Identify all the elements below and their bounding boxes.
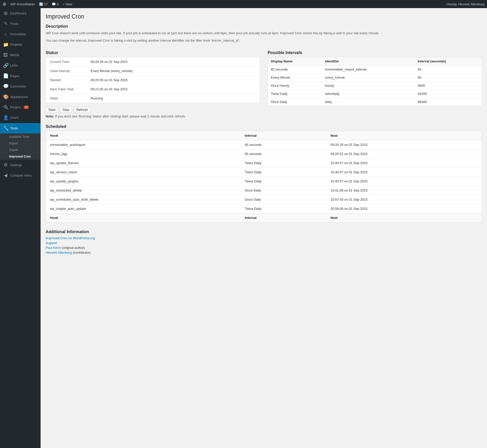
- sidebar-item-tools[interactable]: 🔧 Tools: [0, 123, 41, 133]
- sidebar: ⊞ Dashboard ✎ Posts ⌂ Immobilien 📁 Proje…: [0, 8, 41, 448]
- appearance-icon: 🎨: [3, 94, 8, 100]
- additional-section: Additional Information Improved Cron on …: [46, 230, 482, 254]
- page-title: Improved Cron: [46, 13, 482, 20]
- links-icon: 🔗: [3, 62, 8, 69]
- submenu-available-tools[interactable]: Available Tools: [0, 133, 41, 140]
- table-row: wp_update_themes Twice Daily 15:40:57 on…: [46, 158, 482, 167]
- table-row: immomakler_autoimport 65 seconds 09:20:2…: [46, 140, 482, 149]
- status-box: Current Time: 09:20:28 on 01 Sep 2015 Us…: [46, 57, 260, 103]
- intervals-col-identifier: Identifier: [322, 57, 415, 65]
- sidebar-item-settings[interactable]: ⚙ Settings: [0, 160, 41, 170]
- scheduled-table: Hook Interval Next immomakler_autoimport…: [46, 131, 482, 222]
- dashboard-icon: ⊞: [3, 10, 8, 16]
- scheduled-col-interval: Interval: [241, 131, 326, 140]
- link-paul-kerin[interactable]: Paul Kerin: [46, 246, 61, 250]
- comments-item[interactable]: 💬 0: [52, 2, 59, 6]
- scheduled-heading: Scheduled: [46, 124, 482, 129]
- sidebar-item-projekte[interactable]: 📁 Projekte: [0, 40, 41, 50]
- admin-bar: ⊕ WP-ImmoMakler 🔄 27 💬 0 + New Howdy, Hi…: [0, 0, 487, 8]
- status-section: Status Current Time: 09:20:28 on 01 Sep …: [46, 47, 260, 118]
- comments-icon: 💬: [3, 83, 8, 90]
- new-item[interactable]: + New: [63, 2, 72, 6]
- refresh-button[interactable]: Refresh: [74, 107, 91, 113]
- submenu-improved-cron[interactable]: Improved Cron: [0, 153, 41, 160]
- link-hinnerk-altenburg[interactable]: Hinnerk Altenburg: [46, 251, 72, 254]
- additional-link-1: Improved Cron on WordPress.org: [46, 236, 482, 240]
- description-heading: Description: [46, 24, 482, 29]
- wp-logo-icon[interactable]: ⊕: [3, 1, 6, 7]
- sidebar-item-dashboard[interactable]: ⊞ Dashboard: [0, 8, 41, 19]
- users-icon: 👤: [3, 115, 8, 121]
- sidebar-item-plugins[interactable]: 🔌 Plugins 19: [0, 102, 41, 113]
- status-row-used-interval: Used Interval: Every Minute (every_minut…: [46, 66, 260, 76]
- table-row: wp_scheduled_auto_draft_delete Once Dail…: [46, 195, 482, 204]
- tools-icon: 🔧: [3, 125, 8, 131]
- intervals-col-interval: Interval (seconds): [415, 57, 482, 65]
- howdy-text: Howdy, Hinnerk Altenburg: [447, 2, 484, 6]
- media-icon: 🖼: [3, 52, 8, 58]
- table-row: wp_version_check Twice Daily 15:40:57 on…: [46, 167, 482, 177]
- interval-row: Once Hourly hourly 3600: [268, 81, 482, 90]
- sidebar-collapse[interactable]: ◀ Collapse menu: [0, 170, 41, 181]
- stop-button[interactable]: Stop: [60, 107, 72, 113]
- interval-row: Twice Daily twicedaily 43200: [268, 90, 482, 98]
- posts-icon: ✎: [3, 21, 8, 27]
- sidebar-item-posts[interactable]: ✎ Posts: [0, 19, 41, 29]
- site-name[interactable]: WP-ImmoMakler: [10, 2, 35, 6]
- intervals-heading: Possible Intervals: [268, 50, 482, 55]
- plugins-icon: 🔌: [3, 104, 8, 111]
- table-row: wp_maybe_auto_update Twice Daily 20:59:0…: [46, 204, 482, 213]
- interval-row: 65 seconds immomakler_import_interval 65: [268, 65, 482, 73]
- description-paragraph-1: WP Cron doesn't work until someone visit…: [46, 31, 482, 36]
- intervals-section: Possible Intervals Display Name Identifi…: [268, 47, 482, 118]
- submenu-import[interactable]: Import: [0, 140, 41, 147]
- paul-kerin-suffix: (original author): [62, 246, 85, 250]
- scheduled-col-hook: Hook: [46, 131, 241, 140]
- status-row-state: State: Running: [46, 94, 260, 103]
- immobilien-icon: ⌂: [3, 31, 8, 37]
- link-support[interactable]: Support: [46, 241, 57, 245]
- table-row: wp_update_plugins Twice Daily 15:40:57 o…: [46, 177, 482, 186]
- sidebar-item-immobilien[interactable]: ⌂ Immobilien: [0, 29, 41, 39]
- plugins-badge: 19: [24, 106, 29, 109]
- pages-icon: 📄: [3, 73, 8, 79]
- scheduled-table-footer: Hook Interval Next: [46, 213, 482, 222]
- settings-icon: ⚙: [3, 162, 8, 168]
- hinnerk-altenburg-suffix: (contributor): [73, 251, 91, 254]
- status-row-next-fake-visit: Next 'Fake' Visit: 09:21:05 on 01 Sep 20…: [46, 85, 260, 94]
- collapse-icon: ◀: [3, 172, 8, 179]
- note-text: Note: If you don't see 'Running' status …: [46, 114, 260, 118]
- sidebar-item-pages[interactable]: 📄 Pages: [0, 71, 41, 81]
- scheduled-col-next: Next: [326, 131, 482, 140]
- sidebar-item-links[interactable]: 🔗 Links: [0, 60, 41, 71]
- submenu-export[interactable]: Export: [0, 147, 41, 153]
- additional-link-3: Paul Kerin (original author): [46, 246, 482, 250]
- sidebar-item-appearance[interactable]: 🎨 Appearance: [0, 92, 41, 102]
- interval-row: Every Minute every_minute 60: [268, 73, 482, 81]
- scheduled-section: Scheduled Hook Interval Next immomakler_…: [46, 124, 482, 222]
- control-buttons: Start Stop Refresh: [46, 107, 260, 113]
- description-paragraph-2: You can change the interval, Improved Cr…: [46, 38, 482, 43]
- tools-submenu: Available Tools Import Export Improved C…: [0, 133, 41, 160]
- interval-row: Once Daily daily 86400: [268, 98, 482, 106]
- intervals-table: Display Name Identifier Interval (second…: [268, 57, 482, 106]
- sidebar-item-media[interactable]: 🖼 Media: [0, 50, 41, 60]
- link-wordpress-org[interactable]: Improved Cron on WordPress.org: [46, 236, 95, 240]
- status-heading: Status: [46, 50, 260, 55]
- additional-link-2: Support: [46, 241, 482, 245]
- sidebar-item-comments[interactable]: 💬 Comments: [0, 81, 41, 92]
- sidebar-item-users[interactable]: 👤 Users: [0, 113, 41, 123]
- additional-heading: Additional Information: [46, 230, 482, 234]
- table-row: wp_scheduled_delete Once Daily 15:41:08 …: [46, 186, 482, 195]
- additional-link-4: Hinnerk Altenburg (contributor): [46, 251, 482, 254]
- status-row-started: Started: 09:20:05 on 01 Sep 2015: [46, 76, 260, 85]
- intervals-col-name: Display Name: [268, 57, 322, 65]
- start-button[interactable]: Start: [46, 107, 58, 113]
- projekte-icon: 📁: [3, 42, 8, 48]
- main-content: Improved Cron Description WP Cron doesn'…: [41, 8, 487, 448]
- status-row-current-time: Current Time: 09:20:28 on 01 Sep 2015: [46, 57, 260, 66]
- updates-item[interactable]: 🔄 27: [39, 2, 48, 6]
- table-row: imcron_bgp 65 seconds 09:20:52 on 01 Sep…: [46, 149, 482, 158]
